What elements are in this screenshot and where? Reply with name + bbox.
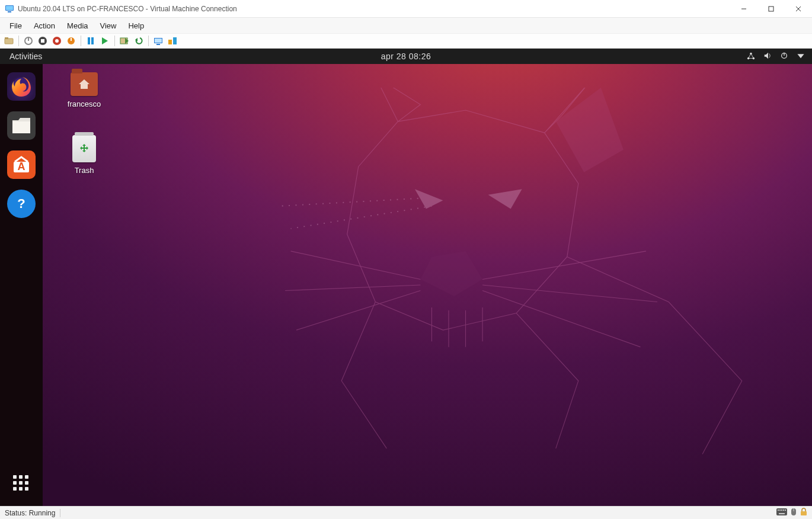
dock-app-files[interactable] <box>7 111 36 140</box>
grid-icon <box>13 475 30 492</box>
svg-rect-64 <box>779 513 785 514</box>
svg-line-50 <box>482 285 657 302</box>
svg-rect-4 <box>769 7 773 11</box>
svg-line-49 <box>482 251 646 280</box>
menu-bar: File Action Media View Help <box>0 18 812 33</box>
status-bar: Status: Running <box>0 506 812 519</box>
chevron-down-icon[interactable] <box>797 52 805 62</box>
svg-rect-24 <box>156 44 160 45</box>
trash-icon <box>72 135 96 162</box>
svg-marker-30 <box>765 52 768 59</box>
shut-down-button[interactable] <box>36 34 49 47</box>
svg-marker-39 <box>347 110 578 330</box>
show-apps-button[interactable] <box>13 475 30 492</box>
svg-rect-35 <box>12 121 30 133</box>
svg-rect-2 <box>8 11 11 12</box>
keyboard-icon <box>776 508 787 517</box>
status-text: Status: Running <box>5 509 55 517</box>
svg-rect-8 <box>5 37 8 39</box>
sound-icon[interactable] <box>763 52 772 62</box>
dock-app-software[interactable]: A <box>7 150 36 179</box>
ubuntu-desktop[interactable]: francesco Trash <box>43 64 812 506</box>
menu-help[interactable]: Help <box>122 19 150 33</box>
system-tray[interactable] <box>747 52 812 62</box>
activities-button[interactable]: Activities <box>7 52 44 61</box>
svg-marker-45 <box>420 251 482 296</box>
menu-action[interactable]: Action <box>28 19 61 33</box>
close-button[interactable] <box>785 0 812 18</box>
svg-marker-43 <box>415 189 443 209</box>
pause-button[interactable] <box>84 34 97 47</box>
svg-rect-63 <box>785 510 786 511</box>
svg-rect-25 <box>168 40 172 44</box>
desktop-icon-trash[interactable]: Trash <box>60 135 108 175</box>
menu-file[interactable]: File <box>4 19 28 33</box>
save-button[interactable] <box>50 34 63 47</box>
clock-label[interactable]: apr 28 08:26 <box>381 52 431 61</box>
svg-rect-61 <box>781 510 782 511</box>
share-button[interactable] <box>166 34 179 47</box>
desktop-icon-label: Trash <box>75 166 94 175</box>
menu-view[interactable]: View <box>94 19 123 33</box>
svg-rect-7 <box>5 39 13 44</box>
svg-rect-60 <box>779 510 781 511</box>
lock-icon <box>800 508 807 518</box>
enhanced-session-button[interactable] <box>152 34 165 47</box>
dock-app-firefox[interactable] <box>7 72 36 101</box>
svg-line-47 <box>285 285 420 291</box>
svg-text:?: ? <box>17 196 25 211</box>
svg-rect-12 <box>41 39 44 43</box>
power-icon[interactable] <box>780 52 788 62</box>
reset-button[interactable] <box>65 34 78 47</box>
toolbar <box>0 33 812 49</box>
svg-rect-26 <box>173 37 177 44</box>
wallpaper-art <box>143 88 776 482</box>
svg-rect-58 <box>776 508 787 515</box>
svg-marker-33 <box>797 54 804 58</box>
vm-viewport[interactable]: Activities apr 28 08:26 A ? <box>0 49 812 506</box>
turn-off-button[interactable] <box>22 34 35 47</box>
ubuntu-dock: A ? <box>0 64 43 506</box>
ctrl-alt-del-button[interactable] <box>2 34 15 47</box>
svg-line-53 <box>291 206 432 229</box>
svg-rect-1 <box>6 6 13 10</box>
revert-button[interactable] <box>132 34 145 47</box>
menu-media[interactable]: Media <box>61 19 94 33</box>
maximize-button[interactable] <box>757 0 785 18</box>
svg-marker-19 <box>102 37 108 44</box>
checkpoint-button[interactable] <box>118 34 131 47</box>
svg-line-51 <box>482 291 640 347</box>
svg-marker-40 <box>375 88 420 121</box>
desktop-icon-label: francesco <box>68 100 101 108</box>
svg-point-29 <box>750 52 752 55</box>
dock-app-help[interactable]: ? <box>7 190 36 218</box>
network-icon[interactable] <box>747 52 755 62</box>
vmconnect-icon <box>5 4 14 14</box>
folder-icon <box>71 72 98 96</box>
svg-marker-44 <box>488 189 522 209</box>
start-button[interactable] <box>98 34 111 47</box>
window-titlebar: Ubuntu 20.04 LTS on PC-FRANCESCO - Virtu… <box>0 0 812 18</box>
svg-line-52 <box>280 198 432 206</box>
svg-point-14 <box>55 39 59 43</box>
window-title: Ubuntu 20.04 LTS on PC-FRANCESCO - Virtu… <box>18 5 237 13</box>
svg-rect-62 <box>783 510 784 511</box>
svg-rect-59 <box>778 510 779 511</box>
mouse-icon <box>791 508 797 518</box>
svg-marker-42 <box>556 88 624 172</box>
minimize-button[interactable] <box>730 0 757 18</box>
svg-rect-67 <box>801 511 807 515</box>
svg-rect-18 <box>91 37 94 44</box>
gnome-panel: Activities apr 28 08:26 <box>0 49 812 64</box>
svg-text:A: A <box>18 161 25 172</box>
desktop-icon-home[interactable]: francesco <box>60 72 108 108</box>
svg-line-48 <box>296 291 420 331</box>
svg-rect-23 <box>155 39 162 43</box>
svg-rect-17 <box>88 37 90 44</box>
